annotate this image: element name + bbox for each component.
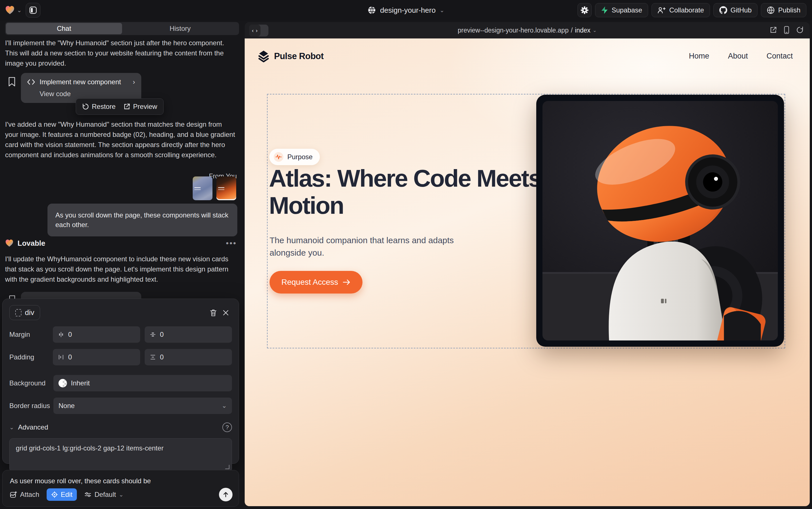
code-icon — [27, 79, 35, 85]
gear-icon — [581, 6, 589, 14]
cta-label: Request Access — [282, 278, 338, 287]
publish-button[interactable]: Publish — [761, 3, 806, 17]
chat-composer[interactable]: As user mouse roll over, these cards sho… — [2, 470, 239, 507]
element-style-panel: div Margin — [2, 299, 239, 464]
preview-url[interactable]: preview--design-your-hero.lovable.app / … — [458, 22, 597, 38]
preview-page: index — [575, 27, 590, 34]
collaborate-icon — [658, 6, 666, 14]
assistant-name: Lovable — [17, 239, 45, 248]
padding-label: Padding — [9, 353, 53, 361]
purpose-badge: Purpose — [269, 149, 320, 165]
preview-toolbar: ‹ › preview--design-your-hero.lovable.ap… — [245, 22, 810, 38]
supabase-button[interactable]: Supabase — [595, 3, 648, 17]
bookmark-icon[interactable] — [8, 77, 16, 87]
chevron-down-icon: ⌄ — [9, 424, 14, 431]
supabase-icon — [601, 6, 608, 14]
edit-target-icon — [51, 491, 58, 498]
view-code-link[interactable]: View code — [40, 90, 135, 98]
app-window: ⌄ design-your-hero ⌄ — [0, 0, 812, 509]
advanced-section-toggle[interactable]: Advanced — [18, 423, 48, 431]
refresh-icon[interactable] — [796, 26, 804, 34]
send-button[interactable] — [219, 488, 232, 501]
github-label: GitHub — [731, 6, 752, 14]
background-input[interactable]: Inherit — [53, 375, 232, 392]
border-radius-label: Border radius — [9, 402, 53, 410]
nav-link-contact[interactable]: Contact — [767, 52, 793, 61]
external-link-icon — [123, 103, 130, 110]
edit-mode-button[interactable]: Edit — [47, 488, 77, 501]
github-button[interactable]: GitHub — [713, 3, 758, 17]
chat-sidebar: Chat History I'll implement the "Why Hum… — [0, 20, 241, 509]
composer-input[interactable]: As user mouse roll over, these cards sho… — [10, 477, 231, 485]
tab-chat[interactable]: Chat — [6, 23, 122, 34]
selected-element-pill[interactable]: div — [9, 305, 40, 320]
background-value: Inherit — [71, 379, 90, 387]
component-card-title: Implement new component — [40, 78, 121, 86]
website-canvas: Pulse Robot Home About Contact Purpose A… — [245, 38, 810, 506]
padding-y-input[interactable]: 0 — [145, 349, 232, 365]
advanced-classes-textarea[interactable]: grid grid-cols-1 lg:grid-cols-2 gap-12 i… — [9, 438, 232, 472]
margin-x-value: 0 — [68, 331, 72, 338]
color-swatch-icon — [59, 379, 67, 387]
resize-handle[interactable] — [225, 465, 229, 469]
user-message-bubble: As you scroll down the page, these compo… — [47, 204, 237, 236]
restore-icon — [82, 103, 89, 110]
mode-label: Default — [95, 490, 116, 499]
collaborate-label: Collaborate — [669, 6, 704, 14]
close-icon — [222, 309, 229, 316]
chat-history-tabs: Chat History — [5, 22, 239, 35]
nav-link-about[interactable]: About — [728, 52, 748, 61]
attachment-thumbnail-blue[interactable] — [193, 176, 213, 200]
site-brand-name: Pulse Robot — [274, 51, 324, 61]
attach-image-icon — [10, 491, 17, 498]
preview-label: Preview — [133, 103, 157, 110]
site-brand[interactable]: Pulse Robot — [258, 50, 324, 63]
sidebar-toggle-button[interactable] — [26, 3, 40, 18]
margin-y-icon — [150, 331, 156, 338]
ellipsis-icon[interactable]: ••• — [226, 239, 237, 248]
attachment-thumbnail-orange[interactable] — [216, 176, 236, 200]
background-label: Background — [9, 379, 53, 387]
mobile-view-icon[interactable] — [784, 26, 789, 34]
close-panel-button[interactable] — [220, 307, 232, 319]
element-tag: div — [25, 308, 34, 317]
hero-heading: Atlas: Where Code Meets Motion — [269, 165, 560, 219]
supabase-label: Supabase — [612, 6, 642, 14]
margin-x-input[interactable]: 0 — [53, 326, 140, 343]
border-radius-select[interactable]: None ⌄ — [53, 398, 232, 414]
nav-link-home[interactable]: Home — [689, 52, 709, 61]
site-navbar: Pulse Robot Home About Contact — [245, 38, 810, 74]
project-name: design-your-hero — [380, 6, 436, 15]
restore-label: Restore — [92, 103, 116, 110]
preview-domain: preview--design-your-hero.lovable.app — [458, 27, 568, 34]
chevron-down-icon: ⌄ — [440, 7, 444, 13]
element-outline-icon — [15, 309, 22, 316]
card-actions-popover: Restore Preview — [76, 98, 163, 115]
collaborate-button[interactable]: Collaborate — [652, 3, 710, 17]
robot-image — [543, 101, 778, 340]
publish-globe-icon — [767, 6, 775, 14]
margin-y-value: 0 — [160, 331, 163, 338]
border-radius-value: None — [59, 402, 75, 410]
open-in-new-tab-icon[interactable] — [770, 26, 777, 34]
project-switcher[interactable]: design-your-hero ⌄ — [368, 0, 444, 20]
help-icon[interactable]: ? — [222, 422, 232, 432]
delete-element-button[interactable] — [207, 307, 220, 319]
chevron-down-icon: ⌄ — [17, 7, 22, 13]
request-access-button[interactable]: Request Access — [269, 271, 363, 294]
preview-button[interactable]: Preview — [123, 103, 157, 110]
arrow-up-icon — [223, 491, 229, 498]
tab-history[interactable]: History — [122, 23, 238, 34]
advanced-classes-value: grid grid-cols-1 lg:grid-cols-2 gap-12 i… — [16, 444, 163, 452]
attach-button[interactable]: Attach — [10, 490, 39, 499]
lovable-heart-icon — [5, 6, 15, 15]
padding-x-input[interactable]: 0 — [53, 349, 140, 365]
settings-button[interactable] — [578, 3, 592, 17]
restore-button[interactable]: Restore — [82, 103, 116, 110]
assistant-message: I've added a new "Why Humanoid" section … — [5, 119, 237, 160]
margin-y-input[interactable]: 0 — [145, 326, 232, 343]
code-preview-toggle[interactable]: ‹ › — [249, 25, 268, 36]
lovable-menu-button[interactable]: ⌄ — [5, 6, 22, 15]
model-mode-select[interactable]: Default ⌄ — [84, 490, 123, 499]
padding-x-icon — [58, 354, 64, 360]
